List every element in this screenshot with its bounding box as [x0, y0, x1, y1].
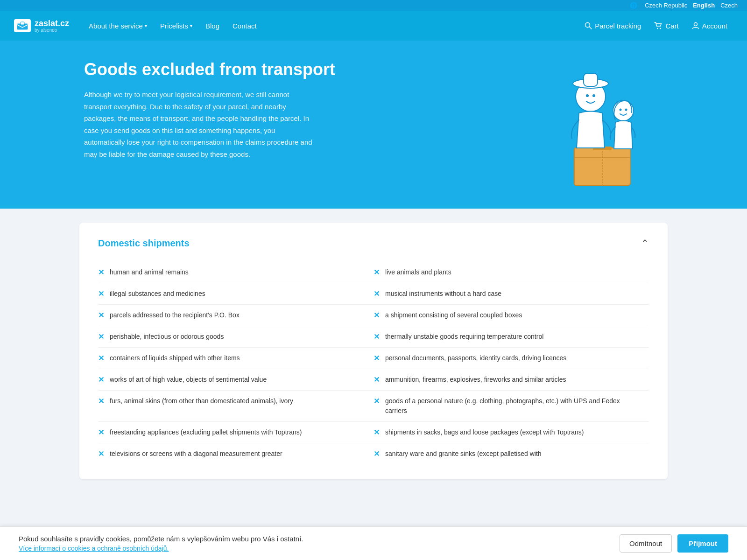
user-icon: [692, 22, 699, 29]
x-icon: ✕: [98, 354, 104, 363]
list-item: ✕ shipments in sacks, bags and loose pac…: [374, 421, 649, 443]
logo-text: zaslat.cz: [35, 19, 69, 28]
hero-image: [542, 59, 663, 190]
search-icon: [585, 22, 592, 29]
collapse-button[interactable]: ⌃: [641, 238, 649, 249]
x-icon: ✕: [374, 354, 380, 363]
nav-pricelists[interactable]: Pricelists ▾: [155, 18, 198, 34]
list-item: ✕ perishable, infectious or odorous good…: [98, 326, 374, 347]
svg-point-6: [694, 23, 697, 26]
x-icon: ✕: [374, 375, 380, 384]
svg-point-15: [592, 94, 595, 97]
hero-illustration: [546, 59, 658, 190]
globe-icon: 🌐: [630, 2, 637, 9]
x-icon: ✕: [98, 449, 104, 458]
nav-contact[interactable]: Contact: [227, 18, 262, 34]
list-item: ✕ musical instruments without a hard cas…: [374, 283, 649, 304]
x-icon: ✕: [98, 397, 104, 406]
chevron-down-icon: ▾: [145, 23, 147, 28]
nav-cart[interactable]: Cart: [648, 18, 684, 34]
list-item: ✕ illegal substances and medicines: [98, 283, 374, 304]
nav-parcel-tracking[interactable]: Parcel tracking: [579, 18, 647, 34]
x-icon: ✕: [98, 428, 104, 437]
svg-rect-1: [21, 22, 24, 25]
svg-point-18: [625, 109, 627, 111]
x-icon: ✕: [374, 311, 380, 320]
hero-text: Goods excluded from transport Although w…: [84, 59, 523, 160]
domestic-shipments-section: Domestic shipments ⌃ ✕ human and animal …: [79, 223, 668, 479]
cart-icon: [654, 22, 662, 29]
nav-about[interactable]: About the service ▾: [83, 18, 153, 34]
list-item: ✕ goods of a personal nature (e.g. cloth…: [374, 390, 649, 421]
logo-sub: by alsendo: [35, 28, 69, 33]
item-text: containers of liquids shipped with other…: [110, 353, 240, 363]
hero-description: Although we try to meet your logistical …: [84, 89, 317, 160]
item-text: goods of a personal nature (e.g. clothin…: [385, 396, 643, 416]
section-title: Domestic shipments: [98, 238, 190, 249]
section-header: Domestic shipments ⌃: [98, 238, 649, 249]
language-bar: 🌐 Czech Republic English Czech: [0, 0, 747, 11]
list-item: ✕ works of art of high value, objects of…: [98, 369, 374, 390]
x-icon: ✕: [98, 289, 104, 298]
item-text: illegal substances and medicines: [110, 289, 205, 299]
item-text: live animals and plants: [385, 267, 451, 277]
item-text: televisions or screens with a diagonal m…: [110, 449, 282, 459]
list-item: ✕ human and animal remains: [98, 262, 374, 283]
main-nav: zaslat.cz by alsendo About the service ▾…: [0, 11, 747, 41]
svg-line-3: [590, 27, 592, 29]
list-item: ✕ a shipment consisting of several coupl…: [374, 304, 649, 326]
list-item: ✕ personal documents, passports, identit…: [374, 347, 649, 369]
item-text: personal documents, passports, identity …: [385, 353, 566, 363]
list-item: ✕ live animals and plants: [374, 262, 649, 283]
item-text: parcels addressed to the recipient's P.O…: [110, 310, 240, 320]
item-text: furs, animal skins (from other than dome…: [110, 396, 293, 406]
main-content: Domestic shipments ⌃ ✕ human and animal …: [0, 209, 747, 503]
item-text: thermally unstable goods requiring tempe…: [385, 332, 543, 342]
nav-right: Parcel tracking Cart Account: [579, 18, 733, 34]
list-item: ✕ televisions or screens with a diagonal…: [98, 443, 374, 464]
x-icon: ✕: [98, 375, 104, 384]
item-text: shipments in sacks, bags and loose packa…: [385, 427, 584, 437]
svg-point-5: [660, 28, 661, 29]
x-icon: ✕: [374, 397, 380, 406]
svg-point-16: [613, 100, 634, 121]
logo-icon: [14, 19, 31, 32]
country-label: Czech Republic: [645, 2, 687, 9]
items-grid: ✕ human and animal remains ✕ live animal…: [98, 262, 649, 464]
x-icon: ✕: [374, 332, 380, 341]
nav-blog[interactable]: Blog: [200, 18, 225, 34]
list-item: ✕ containers of liquids shipped with oth…: [98, 347, 374, 369]
logo[interactable]: zaslat.cz by alsendo: [14, 19, 69, 33]
item-text: perishable, infectious or odorous goods: [110, 332, 224, 342]
hero-title: Goods excluded from transport: [84, 59, 523, 79]
item-text: human and animal remains: [110, 267, 189, 277]
list-item: ✕ thermally unstable goods requiring tem…: [374, 326, 649, 347]
lang-czech[interactable]: Czech: [720, 2, 738, 9]
item-text: works of art of high value, objects of s…: [110, 375, 267, 385]
x-icon: ✕: [98, 332, 104, 341]
item-text: ammunition, firearms, explosives, firewo…: [385, 375, 566, 385]
svg-point-14: [586, 94, 589, 97]
nav-account[interactable]: Account: [686, 18, 733, 34]
list-item: ✕ freestanding appliances (excluding pal…: [98, 421, 374, 443]
list-item: ✕ sanitary ware and granite sinks (excep…: [374, 443, 649, 464]
x-icon: ✕: [374, 289, 380, 298]
x-icon: ✕: [374, 428, 380, 437]
nav-links: About the service ▾ Pricelists ▾ Blog Co…: [83, 18, 579, 34]
list-item: ✕ ammunition, firearms, explosives, fire…: [374, 369, 649, 390]
item-text: freestanding appliances (excluding palle…: [110, 427, 302, 437]
x-icon: ✕: [98, 268, 104, 277]
item-text: musical instruments without a hard case: [385, 289, 501, 299]
list-item: ✕ furs, animal skins (from other than do…: [98, 390, 374, 421]
item-text: a shipment consisting of several coupled…: [385, 310, 522, 320]
svg-point-4: [657, 28, 658, 29]
list-item: ✕ parcels addressed to the recipient's P…: [98, 304, 374, 326]
x-icon: ✕: [374, 268, 380, 277]
chevron-down-icon: ▾: [190, 23, 192, 28]
x-icon: ✕: [98, 311, 104, 320]
svg-rect-13: [584, 73, 598, 86]
hero-section: Goods excluded from transport Although w…: [0, 41, 747, 209]
lang-english[interactable]: English: [693, 2, 715, 9]
x-icon: ✕: [374, 449, 380, 458]
svg-point-17: [620, 109, 622, 111]
